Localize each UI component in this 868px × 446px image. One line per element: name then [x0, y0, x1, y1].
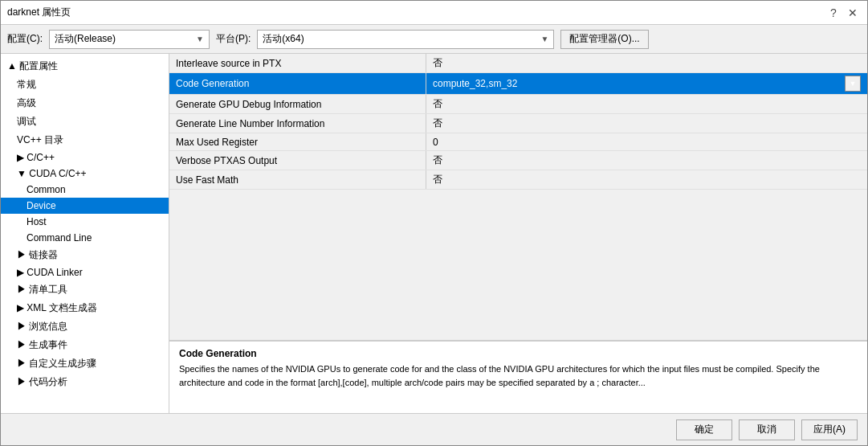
prop-name: Use Fast Math: [169, 170, 426, 189]
prop-value: 否: [426, 95, 867, 113]
sidebar-item-label: 高级: [7, 96, 36, 110]
platform-arrow-icon: ▼: [534, 35, 548, 43]
prop-dropdown-button[interactable]: ▼: [845, 76, 861, 92]
sidebar-item-label: ▶ XML 文档生成器: [7, 301, 97, 315]
sidebar-item-高级[interactable]: 高级: [1, 94, 169, 113]
table-row[interactable]: Generate GPU Debug Information否: [169, 95, 867, 114]
sidebar-item-代码分析[interactable]: ▶ 代码分析: [1, 373, 169, 391]
sidebar-item-CUDA C/C++[interactable]: ▼ CUDA C/C++: [1, 166, 169, 182]
title-controls: ? ✕: [825, 5, 861, 21]
prop-value: 否: [426, 54, 867, 72]
sidebar-item-常规[interactable]: 常规: [1, 76, 169, 94]
title-bar: darknet 属性页 ? ✕: [1, 1, 867, 25]
sidebar-item-label: Common: [7, 184, 66, 195]
sidebar-item-label: ▶ CUDA Linker: [7, 267, 83, 278]
main-content: ▲ 配置属性常规高级调试VC++ 目录▶ C/C++▼ CUDA C/C++Co…: [1, 54, 867, 413]
sidebar-item-Host[interactable]: Host: [1, 214, 169, 230]
table-row[interactable]: Verbose PTXAS Output否: [169, 151, 867, 170]
sidebar-item-label: 常规: [7, 78, 36, 92]
ok-button[interactable]: 确定: [676, 419, 732, 440]
sidebar-item-浏览信息[interactable]: ▶ 浏览信息: [1, 317, 169, 336]
table-row[interactable]: Use Fast Math否: [169, 170, 867, 190]
config-value: 活动(Release): [55, 32, 116, 46]
sidebar-item-label: ▶ 浏览信息: [7, 320, 67, 333]
sidebar-item-Device[interactable]: Device: [1, 198, 169, 214]
prop-value: 否: [426, 170, 867, 189]
sidebar-item-label: ▶ C/C++: [7, 152, 55, 163]
config-label: 配置(C):: [7, 32, 43, 46]
footer: 确定 取消 应用(A): [1, 413, 867, 445]
prop-name: Interleave source in PTX: [169, 54, 426, 72]
sidebar-item-label: Host: [7, 216, 47, 227]
sidebar-item-label: VC++ 目录: [7, 133, 63, 147]
prop-value[interactable]: compute_32,sm_32▼: [426, 73, 867, 94]
prop-value: 0: [426, 133, 867, 150]
sidebar-item-VC++目录[interactable]: VC++ 目录: [1, 131, 169, 149]
prop-value-text: 否: [433, 173, 442, 186]
sidebar: ▲ 配置属性常规高级调试VC++ 目录▶ C/C++▼ CUDA C/C++Co…: [1, 54, 169, 413]
prop-value-text: 否: [433, 56, 442, 70]
sidebar-item-清单工具[interactable]: ▶ 清单工具: [1, 280, 169, 299]
description-panel: Code Generation Specifies the names of t…: [169, 341, 867, 413]
close-button[interactable]: ✕: [845, 5, 861, 21]
prop-value-text: 0: [433, 137, 438, 148]
description-title: Code Generation: [179, 348, 858, 359]
prop-name: Max Used Register: [169, 133, 426, 150]
config-arrow-icon: ▼: [189, 35, 204, 43]
sidebar-item-label: ▶ 链接器: [7, 248, 58, 262]
sidebar-item-label: ▼ CUDA C/C++: [7, 168, 87, 179]
sidebar-item-Command Line[interactable]: Command Line: [1, 230, 169, 246]
prop-value-text: 否: [433, 153, 442, 167]
right-panel: Interleave source in PTX否Code Generation…: [169, 54, 867, 413]
table-row[interactable]: Interleave source in PTX否: [169, 54, 867, 73]
prop-name: Verbose PTXAS Output: [169, 151, 426, 170]
table-row[interactable]: Generate Line Number Information否: [169, 114, 867, 133]
cancel-button[interactable]: 取消: [739, 419, 795, 440]
prop-name: Generate Line Number Information: [169, 114, 426, 133]
description-text: Specifies the names of the NVIDIA GPUs t…: [179, 362, 858, 389]
prop-name: Generate GPU Debug Information: [169, 95, 426, 113]
sidebar-item-label: ▶ 代码分析: [7, 375, 67, 389]
config-manager-button[interactable]: 配置管理器(O)...: [560, 30, 648, 49]
prop-value: 否: [426, 151, 867, 170]
sidebar-item-CUDA Linker[interactable]: ▶ CUDA Linker: [1, 264, 169, 280]
prop-name: Code Generation: [169, 73, 426, 94]
prop-value-text: compute_32,sm_32: [433, 78, 517, 89]
sidebar-item-链接器[interactable]: ▶ 链接器: [1, 246, 169, 264]
sidebar-item-Common[interactable]: Common: [1, 182, 169, 198]
table-row[interactable]: Code Generationcompute_32,sm_32▼: [169, 73, 867, 95]
sidebar-item-生成事件[interactable]: ▶ 生成事件: [1, 336, 169, 354]
sidebar-item-XML文档生成器[interactable]: ▶ XML 文档生成器: [1, 299, 169, 317]
prop-value: 否: [426, 114, 867, 133]
sidebar-item-label: Command Line: [7, 232, 92, 243]
sidebar-item-label: ▶ 自定义生成步骤: [7, 357, 96, 370]
sidebar-item-调试[interactable]: 调试: [1, 113, 169, 131]
apply-button[interactable]: 应用(A): [801, 419, 858, 440]
platform-dropdown[interactable]: 活动(x64) ▼: [257, 30, 554, 49]
sidebar-item-C/C++[interactable]: ▶ C/C++: [1, 149, 169, 166]
config-dropdown[interactable]: 活动(Release) ▼: [49, 30, 210, 49]
sidebar-item-自定义生成步骤[interactable]: ▶ 自定义生成步骤: [1, 354, 169, 373]
prop-value-text: 否: [433, 117, 442, 130]
main-window: darknet 属性页 ? ✕ 配置(C): 活动(Release) ▼ 平台(…: [0, 0, 868, 446]
toolbar: 配置(C): 活动(Release) ▼ 平台(P): 活动(x64) ▼ 配置…: [1, 25, 867, 54]
sidebar-item-配置属性[interactable]: ▲ 配置属性: [1, 57, 169, 76]
sidebar-item-label: Device: [7, 200, 56, 211]
sidebar-item-label: 调试: [7, 115, 36, 129]
window-title: darknet 属性页: [7, 6, 71, 19]
table-row[interactable]: Max Used Register0: [169, 133, 867, 151]
help-button[interactable]: ?: [825, 5, 842, 21]
sidebar-item-label: ▶ 生成事件: [7, 338, 67, 352]
property-table: Interleave source in PTX否Code Generation…: [169, 54, 867, 341]
sidebar-item-label: ▲ 配置属性: [7, 59, 58, 73]
platform-value: 活动(x64): [263, 32, 304, 46]
prop-value-text: 否: [433, 97, 442, 111]
sidebar-item-label: ▶ 清单工具: [7, 283, 67, 297]
platform-label: 平台(P):: [216, 32, 251, 46]
